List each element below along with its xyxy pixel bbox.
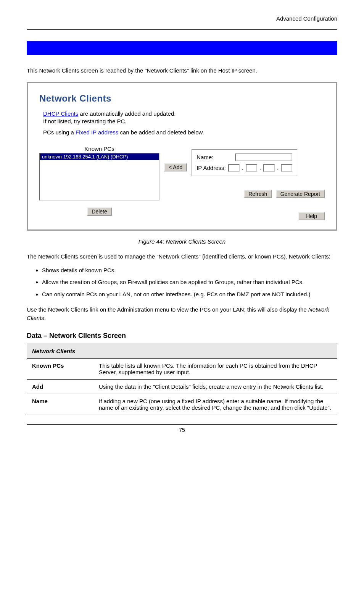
bullet-item: Shows details of known PCs. — [42, 266, 337, 275]
dhcp-clients-link[interactable]: DHCP Clients — [43, 110, 78, 117]
panel-title: Network Clients — [39, 93, 325, 104]
row-text: This table lists all known PCs. The info… — [93, 359, 337, 380]
row-text: If adding a new PC (one using a fixed IP… — [93, 394, 337, 415]
bullet-item: Can only contain PCs on your LAN, not on… — [42, 290, 337, 299]
generate-report-button[interactable]: Generate Report — [276, 190, 325, 198]
para-closing: Use the Network Clients link on the Admi… — [27, 305, 337, 322]
panel-line1-rest: are automatically added and updated. — [78, 110, 176, 117]
bullet-item: Allows the creation of Groups, so Firewa… — [42, 278, 337, 286]
intro-paragraph: This Network Clients screen is reached b… — [27, 66, 337, 74]
ip-octet-1[interactable] — [228, 164, 240, 172]
panel-line2: If not listed, try restarting the PC. — [43, 118, 126, 124]
known-pcs-label: Known PCs — [39, 145, 159, 152]
delete-button[interactable]: Delete — [87, 207, 111, 216]
client-details-frame: Name: IP Address: . . . — [192, 149, 297, 176]
ip-address-label: IP Address: — [196, 165, 225, 171]
data-section-heading: Data – Network Clients Screen — [27, 332, 337, 340]
network-clients-panel: Network Clients DHCP Clients are automat… — [27, 82, 337, 231]
row-label: Name — [27, 394, 93, 415]
name-label: Name: — [196, 154, 213, 160]
ip-octet-3[interactable] — [263, 164, 275, 172]
row-label: Known PCs — [27, 359, 93, 380]
section-title-bar: Network Clients — [27, 41, 337, 55]
table-row: Add Using the data in the "Client Detail… — [27, 380, 337, 394]
known-pcs-listbox[interactable]: unknown 192.168.254.1 (LAN) (DHCP) — [39, 153, 159, 200]
header-rule — [27, 29, 337, 30]
list-item[interactable]: unknown 192.168.254.1 (LAN) (DHCP) — [40, 154, 159, 160]
ip-octet-4[interactable] — [281, 164, 292, 172]
bullet-list: Shows details of known PCs. Allows the c… — [27, 266, 337, 299]
refresh-button[interactable]: Refresh — [244, 190, 272, 198]
row-text: Using the data in the "Client Details" f… — [93, 380, 337, 394]
panel-line3: PCs using a Fixed IP address can be adde… — [43, 129, 325, 136]
page-number: 75 — [27, 427, 337, 433]
figure-caption: Figure 44: Network Clients Screen — [27, 238, 337, 245]
footer-rule — [27, 424, 337, 425]
help-button[interactable]: Help — [298, 212, 325, 220]
panel-line1: DHCP Clients are automatically added and… — [43, 110, 325, 126]
table-row: Name If adding a new PC (one using a fix… — [27, 394, 337, 415]
row-label: Add — [27, 380, 93, 394]
table-row: Known PCs This table lists all known PCs… — [27, 359, 337, 380]
fixed-ip-link[interactable]: Fixed IP address — [76, 129, 118, 136]
para-intro: The Network Clients screen is used to ma… — [27, 252, 337, 261]
add-button[interactable]: < Add — [164, 163, 187, 171]
data-table: Network Clients Known PCs This table lis… — [27, 344, 337, 415]
header-right: Advanced Configuration — [27, 15, 337, 22]
section-title-text: Network Clients — [27, 41, 69, 48]
ip-octet-2[interactable] — [246, 164, 257, 172]
table-group-header: Network Clients — [27, 344, 337, 359]
name-input[interactable] — [235, 154, 292, 161]
